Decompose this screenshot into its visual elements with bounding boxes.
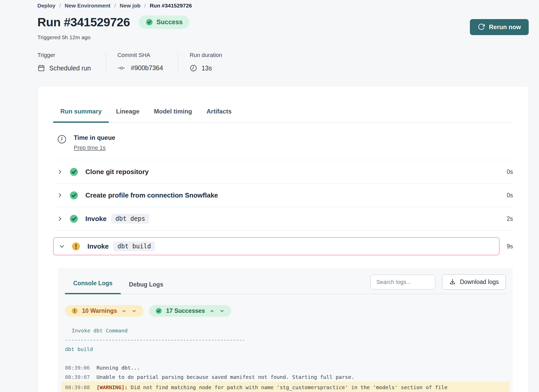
successes-next-button[interactable] — [219, 308, 225, 314]
run-tabs: Run summary Lineage Model timing Artifac… — [53, 108, 513, 123]
log-blank-line — [65, 354, 506, 363]
triggered-timestamp: Triggered 5h 12m ago — [37, 34, 189, 40]
meta-commit-value: #900b7364 — [131, 64, 163, 72]
success-check-icon — [145, 18, 153, 26]
meta-trigger: Trigger Scheduled run — [37, 52, 106, 72]
step-invoke-dbt-build: Invoke dbt build 9s — [53, 231, 513, 255]
status-badge: Success — [139, 15, 189, 29]
breadcrumb-deploy[interactable]: Deploy — [37, 3, 55, 9]
log-filter-badges: 10 Warnings 17 Successes — [65, 305, 506, 317]
successes-badge-label: 17 Successes — [166, 307, 205, 314]
successes-prev-button[interactable] — [209, 308, 215, 314]
step-duration: 0s — [507, 192, 513, 199]
step-duration: 0s — [507, 168, 513, 175]
warnings-next-button[interactable] — [131, 308, 137, 314]
warning-icon — [71, 242, 81, 251]
step-duration: 9s — [507, 243, 513, 250]
step-clone-git-repository[interactable]: Clone git repository 0s — [53, 160, 513, 184]
tab-debug-logs[interactable]: Debug Logs — [121, 276, 172, 294]
breadcrumb-environment[interactable]: New Environment — [65, 3, 110, 9]
commit-icon — [117, 65, 127, 71]
meta-commit: Commit SHA #900b7364 — [106, 52, 178, 72]
page-header: Run #341529726 Success Triggered 5h 12m … — [37, 15, 529, 40]
page-title: Run #341529726 — [37, 15, 130, 29]
success-check-icon — [155, 307, 162, 314]
title-block: Run #341529726 Success Triggered 5h 12m … — [37, 15, 189, 40]
meta-commit-label: Commit SHA — [117, 52, 163, 59]
console-log-output: Invoke dbt Command ---------------------… — [65, 326, 506, 392]
rerun-now-button[interactable]: Rerun now — [470, 19, 529, 35]
log-timestamp: 08:39:06 — [65, 365, 90, 371]
download-logs-button[interactable]: Download logs — [442, 274, 506, 290]
console-logs-panel: Console Logs Debug Logs Download logs — [58, 268, 513, 392]
step-command-chip: dbt build — [113, 241, 155, 251]
step-duration: 2s — [507, 215, 513, 222]
warnings-badge-label: 10 Warnings — [82, 307, 117, 314]
breadcrumb-current-run: Run #341529726 — [150, 3, 192, 9]
log-line: 08:39:06Running dbt... — [65, 363, 506, 372]
run-detail-page: Deploy / New Environment / New job / Run… — [0, 0, 539, 392]
meta-duration-label: Run duration — [190, 52, 222, 59]
run-summary-card: Run summary Lineage Model timing Artifac… — [37, 86, 529, 392]
step-title: Invoke — [85, 215, 107, 223]
meta-trigger-value: Scheduled run — [49, 64, 91, 72]
step-create-profile[interactable]: Create profile from connection Snowflake… — [53, 184, 513, 207]
rerun-now-label: Rerun now — [489, 23, 521, 31]
meta-trigger-label: Trigger — [37, 52, 91, 59]
breadcrumb-separator: / — [114, 3, 116, 9]
meta-duration-value: 13s — [201, 64, 212, 72]
queue-title: Time in queue — [74, 134, 115, 141]
log-warning-line: 08:39:08[WARNING]:Did not find matching … — [65, 383, 506, 392]
warnings-prev-button[interactable] — [121, 308, 127, 314]
chevron-down-icon[interactable] — [59, 243, 65, 249]
step-title: Clone git repository — [85, 168, 149, 176]
run-metadata: Trigger Scheduled run Commit SHA #900b73… — [37, 52, 529, 72]
tab-console-logs[interactable]: Console Logs — [65, 275, 121, 294]
console-header: Console Logs Debug Logs Download logs — [65, 274, 506, 294]
search-logs-input[interactable] — [370, 275, 435, 289]
breadcrumb: Deploy / New Environment / New job / Run… — [37, 3, 529, 9]
log-timestamp: 08:39:07 — [65, 374, 90, 380]
log-command-header: Invoke dbt Command — [65, 326, 506, 335]
step-title: Create profile from connection Snowflake — [85, 191, 218, 199]
tab-model-timing[interactable]: Model timing — [147, 108, 199, 123]
log-timestamp: 08:39:08 — [65, 384, 90, 390]
chevron-right-icon[interactable] — [57, 169, 63, 175]
warnings-badge[interactable]: 10 Warnings — [65, 305, 143, 317]
step-command-chip: dbt deps — [111, 214, 149, 224]
tab-artifacts[interactable]: Artifacts — [199, 108, 239, 123]
log-line: 08:39:07Unable to do partial parsing bec… — [65, 372, 506, 382]
download-logs-label: Download logs — [460, 279, 499, 285]
calendar-icon — [37, 64, 45, 72]
chevron-right-icon[interactable] — [57, 216, 63, 222]
meta-duration: Run duration 13s — [178, 52, 237, 72]
step-invoke-dbt-deps[interactable]: Invoke dbt deps 2s — [53, 207, 513, 231]
log-warning-block: 08:39:08[WARNING]:Did not find matching … — [61, 382, 509, 392]
step-title: Invoke — [87, 242, 109, 250]
log-command: dbt build — [65, 345, 506, 354]
chevron-right-icon[interactable] — [57, 192, 63, 198]
success-check-icon — [69, 167, 79, 177]
queue-clock-icon — [57, 134, 67, 151]
log-level-warning: [WARNING]: — [96, 384, 127, 390]
success-check-icon — [69, 214, 79, 224]
warning-icon — [71, 307, 78, 314]
time-in-queue-section: Time in queue Prep time 1s — [53, 123, 513, 160]
breadcrumb-separator: / — [144, 3, 146, 9]
tab-run-summary[interactable]: Run summary — [53, 108, 109, 123]
step-invoke-dbt-build-header[interactable]: Invoke dbt build — [53, 237, 500, 255]
log-divider: ----------------------------------------… — [65, 335, 506, 345]
refresh-icon — [478, 23, 485, 31]
successes-badge[interactable]: 17 Successes — [149, 305, 231, 317]
breadcrumb-separator: / — [59, 3, 61, 9]
prep-time-link[interactable]: Prep time 1s — [74, 144, 106, 151]
status-badge-label: Success — [157, 18, 183, 26]
download-icon — [449, 279, 456, 285]
log-message: Unable to do partial parsing because sav… — [96, 374, 354, 380]
success-check-icon — [69, 191, 79, 200]
log-message: Running dbt... — [96, 365, 140, 371]
tab-lineage[interactable]: Lineage — [109, 108, 147, 123]
breadcrumb-job[interactable]: New job — [120, 3, 141, 9]
clock-icon — [190, 64, 197, 72]
